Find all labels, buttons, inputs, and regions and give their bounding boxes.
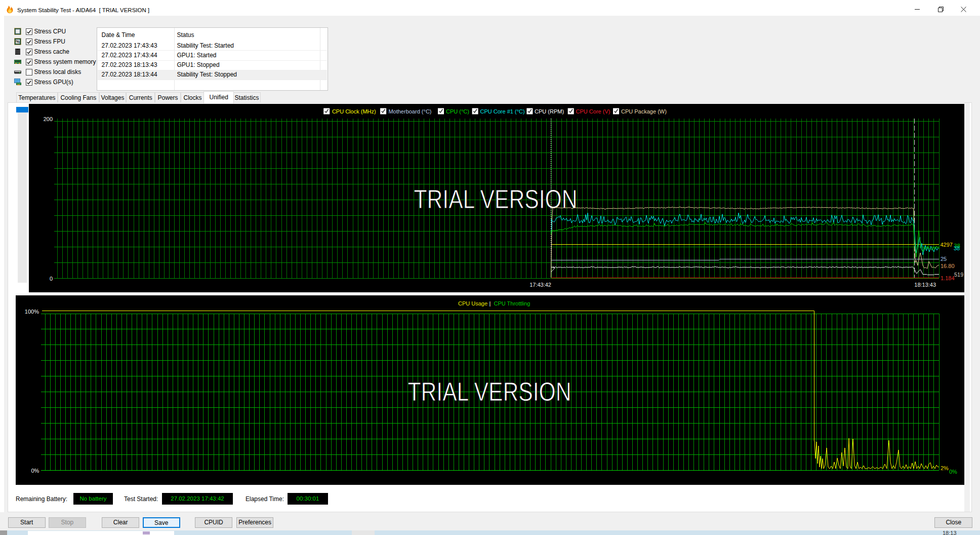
svg-text:CPU Clock (MHz): CPU Clock (MHz) [332, 108, 376, 114]
svg-text:CPU (°C): CPU (°C) [446, 108, 469, 114]
svg-text:TRIAL VERSION: TRIAL VERSION [408, 377, 571, 406]
svg-text:CPU Core #1 (°C): CPU Core #1 (°C) [480, 108, 525, 114]
svg-text:CPU Throttling: CPU Throttling [494, 300, 530, 307]
svg-text:4297: 4297 [941, 242, 953, 248]
svg-text:25: 25 [941, 256, 947, 262]
svg-text:0%: 0% [949, 469, 957, 475]
svg-text:CPU (RPM): CPU (RPM) [535, 108, 564, 114]
svg-text:1.184: 1.184 [941, 275, 955, 281]
svg-text:519: 519 [954, 272, 963, 278]
svg-text:0%: 0% [31, 468, 39, 474]
svg-text:18:13:43: 18:13:43 [914, 282, 936, 288]
svg-text:100%: 100% [25, 309, 39, 315]
svg-text:%: % [16, 39, 20, 44]
svg-text:Motherboard (°C): Motherboard (°C) [388, 108, 431, 114]
svg-text:200: 200 [44, 116, 53, 122]
svg-text:17:43:42: 17:43:42 [529, 282, 551, 288]
svg-text:CPU Usage: CPU Usage [458, 300, 487, 307]
svg-text:38: 38 [954, 245, 960, 251]
svg-text:CPU Package (W): CPU Package (W) [621, 108, 667, 114]
svg-text:|: | [489, 300, 491, 307]
svg-text:CPU Core (V): CPU Core (V) [576, 108, 610, 114]
svg-text:16.80: 16.80 [941, 263, 955, 269]
svg-text:2%: 2% [941, 465, 949, 471]
svg-text:0: 0 [50, 276, 53, 282]
